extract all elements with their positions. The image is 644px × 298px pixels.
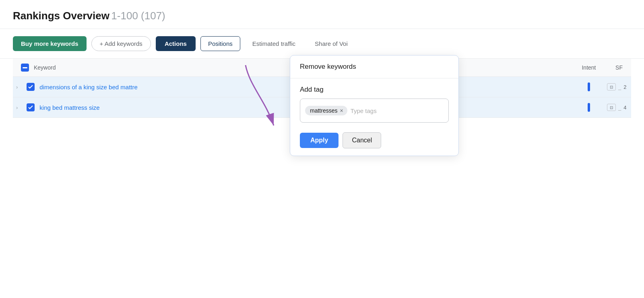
remove-keywords-label[interactable]: Remove keywords: [300, 63, 356, 70]
keyword-link-1[interactable]: dimensions of a king size bed mattre: [39, 84, 137, 90]
cancel-button[interactable]: Cancel: [343, 132, 381, 148]
buy-more-keywords-button[interactable]: Buy more keywords: [13, 36, 87, 51]
sf-column-header: SF: [607, 64, 631, 71]
sf-num-2: 4: [623, 105, 626, 111]
row-checkbox-col: [22, 83, 39, 91]
share-of-voice-tab[interactable]: Share of Voi: [308, 37, 355, 51]
svg-rect-1: [23, 67, 27, 68]
positions-tab[interactable]: Positions: [200, 36, 240, 51]
intent-bar-1: [588, 82, 590, 91]
apply-button[interactable]: Apply: [300, 133, 339, 148]
sf-dash-2: _: [618, 105, 621, 111]
sf-num-1: 2: [623, 84, 626, 90]
expand-icon-2[interactable]: ›: [16, 105, 18, 111]
sf-cell-2: ⊡ _ 4: [607, 104, 631, 111]
tag-input-placeholder: Type tags: [351, 107, 377, 114]
row-checkbox-col-2: [22, 103, 39, 111]
page-title: Rankings Overview: [13, 10, 109, 22]
select-all-checkbox[interactable]: [21, 64, 29, 72]
tag-chip-close-icon[interactable]: ×: [340, 108, 343, 113]
sf-cell-1: ⊡ _ 2: [607, 83, 631, 90]
intent-cell-1: [571, 82, 607, 91]
page-title-count: 1-100 (107): [111, 10, 165, 22]
tag-input-area[interactable]: mattresses × Type tags: [300, 99, 449, 123]
sf-dash-1: _: [618, 84, 621, 90]
sf-icon-2: ⊡: [607, 104, 616, 111]
add-tag-section: Add tag mattresses × Type tags: [290, 78, 458, 127]
intent-column-header: Intent: [571, 64, 607, 71]
tag-chip-text: mattresses: [310, 107, 337, 114]
row-checkbox-1[interactable]: [27, 83, 35, 91]
intent-cell-2: [571, 103, 607, 112]
remove-keywords-section: Remove keywords: [290, 55, 458, 78]
keyword-link-2[interactable]: king bed mattress size: [39, 104, 99, 111]
tag-chip-mattresses: mattresses ×: [305, 106, 347, 115]
estimated-traffic-tab[interactable]: Estimated traffic: [245, 37, 303, 51]
actions-dropdown: Remove keywords Add tag mattresses × Typ…: [290, 55, 459, 156]
intent-bar-2: [588, 103, 590, 112]
expand-icon[interactable]: ›: [16, 84, 18, 90]
row-checkbox-2[interactable]: [27, 103, 35, 111]
actions-button[interactable]: Actions: [156, 36, 196, 51]
sf-icon-1: ⊡: [607, 83, 616, 90]
add-tag-label: Add tag: [300, 86, 449, 94]
add-keywords-button[interactable]: + Add keywords: [91, 36, 151, 51]
dropdown-actions: Apply Cancel: [290, 127, 458, 156]
toolbar: Buy more keywords + Add keywords Actions…: [0, 29, 644, 59]
page-header: Rankings Overview 1-100 (107): [0, 0, 644, 29]
header-checkbox-col: [16, 64, 34, 72]
